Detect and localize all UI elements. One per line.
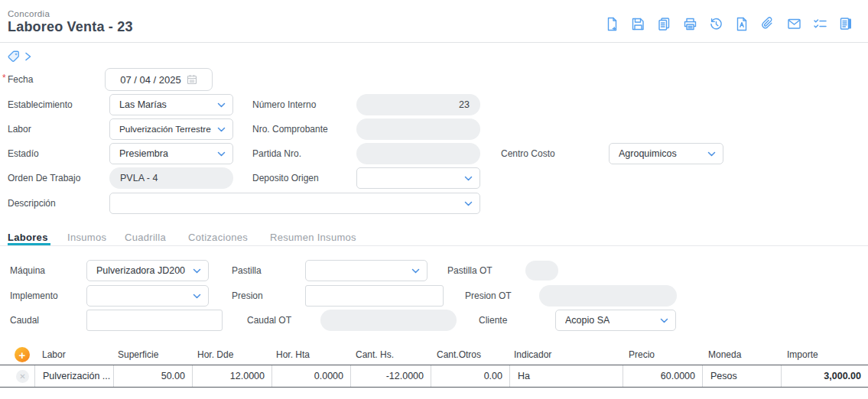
grid-cell-importe[interactable]: 3,000.00 [781, 365, 868, 387]
pastilla-label: Pastilla [232, 265, 262, 276]
attachment-button[interactable] [760, 16, 776, 32]
descripcion-select[interactable] [109, 193, 480, 214]
maquina-value: Pulverizadora JD200 [96, 265, 185, 276]
centro-costo-label: Centro Costo [501, 148, 555, 159]
descripcion-label: Descripción [8, 198, 56, 209]
print-icon [682, 16, 698, 32]
delete-row-button[interactable]: ✕ [16, 370, 29, 383]
numero-interno-label: Número Interno [252, 99, 316, 110]
new-document-button[interactable] [604, 16, 620, 32]
save-icon [630, 16, 646, 32]
laboreo-venta-page: Concordia Laboreo Venta - 23 [0, 0, 868, 399]
deposito-origen-label: Deposito Origen [252, 173, 319, 183]
cliente-label: Cliente [479, 315, 507, 326]
labor-select[interactable]: Pulverización Terrestre [109, 118, 233, 140]
tag-icon [8, 50, 20, 63]
maquina-label: Máquina [10, 265, 45, 276]
grid-header-indicador: Indicador [514, 349, 551, 360]
tag-button[interactable] [7, 50, 20, 63]
partida-nro-label: Partida Nro. [252, 148, 301, 159]
chevron-down-icon [193, 268, 201, 274]
chevron-down-icon [411, 268, 420, 274]
caudal-label: Caudal [10, 315, 39, 326]
header-divider [0, 42, 868, 43]
tab-cotizaciones[interactable]: Cotizaciones [188, 232, 248, 243]
text-document-button[interactable] [734, 16, 750, 32]
email-button[interactable] [786, 16, 802, 32]
add-row-button[interactable]: + [15, 347, 30, 362]
grid-cell-hor-hta[interactable]: 0.0000 [271, 365, 350, 387]
attachment-icon [760, 16, 776, 32]
grid-cell-cant-otros[interactable]: 0.00 [431, 365, 509, 387]
establecimiento-value: Las Marías [119, 99, 167, 110]
print-button[interactable] [682, 16, 698, 32]
maquina-select[interactable]: Pulverizadora JD200 [86, 260, 209, 281]
pastilla-ot-field [525, 261, 558, 281]
grid-bottom-divider [0, 387, 868, 388]
grid-cell-hor-dde[interactable]: 12.0000 [192, 365, 271, 387]
tab-cuadrilla[interactable]: Cuadrilla [125, 232, 166, 243]
tab-labores[interactable]: Labores [8, 232, 48, 243]
labor-value: Pulverización Terrestre [119, 124, 211, 135]
grid-cell-moneda[interactable]: Pesos [702, 365, 781, 387]
chevron-down-icon [193, 294, 201, 299]
report-button[interactable] [838, 16, 854, 32]
numero-interno-value: 23 [459, 99, 470, 110]
partida-nro-field [356, 143, 480, 164]
caudal-ot-field [320, 310, 457, 331]
cliente-select[interactable]: Acopio SA [555, 310, 676, 331]
establecimiento-label: Establecimiento [8, 99, 73, 110]
grid-cell-cant-hs[interactable]: -12.0000 [350, 365, 431, 387]
copy-button[interactable] [656, 16, 672, 32]
tabs-divider [0, 245, 868, 246]
establecimiento-select[interactable]: Las Marías [109, 94, 233, 115]
chevron-down-icon [217, 151, 226, 157]
estadio-value: Presiembra [119, 148, 168, 159]
caudal-ot-label: Caudal OT [247, 315, 291, 326]
deposito-origen-select[interactable] [356, 167, 480, 189]
caudal-input[interactable] [86, 310, 223, 331]
estadio-select[interactable]: Presiembra [109, 143, 233, 164]
tab-insumos[interactable]: Insumos [67, 232, 106, 243]
presion-ot-label: Presion OT [465, 290, 512, 301]
grid-header-precio: Precio [629, 349, 655, 360]
presion-ot-field [539, 285, 677, 307]
centro-costo-select[interactable]: Agroquimicos [609, 143, 723, 164]
numero-interno-field: 23 [356, 94, 480, 115]
nro-comprobante-label: Nro. Comprobante [252, 124, 328, 135]
grid-header-hor-dde: Hor. Dde [197, 349, 233, 360]
required-marker: * [2, 73, 6, 83]
grid-cell-precio[interactable]: 60.0000 [623, 365, 702, 387]
tab-resumen-insumos[interactable]: Resumen Insumos [270, 232, 356, 243]
fecha-value: 07 / 04 / 2025 [120, 74, 181, 86]
history-icon [708, 16, 724, 32]
checklist-button[interactable] [812, 16, 828, 32]
nro-comprobante-field [356, 118, 480, 140]
grid-cell-superficie[interactable]: 50.00 [113, 365, 192, 387]
grid-header-importe: Importe [787, 349, 818, 360]
chevron-down-icon [464, 176, 473, 181]
estadio-label: Estadío [8, 148, 39, 159]
chevron-right-button[interactable] [23, 51, 32, 63]
chevron-right-icon [24, 51, 32, 62]
history-button[interactable] [708, 16, 724, 32]
grid-header-hor-hta: Hor. Hta [276, 349, 310, 360]
chevron-down-icon [660, 318, 668, 323]
presion-input[interactable] [305, 285, 444, 307]
grid-cell-indicador[interactable]: Ha [509, 365, 623, 387]
save-button[interactable] [630, 16, 646, 32]
page-title: Laboreo Venta - 23 [8, 19, 133, 35]
grid-header-labor: Labor [42, 349, 66, 360]
fecha-input[interactable]: 07 / 04 / 2025 [105, 68, 213, 91]
centro-costo-value: Agroquimicos [619, 148, 677, 159]
checklist-icon [812, 16, 828, 32]
orden-de-trabajo-value: PVLA - 4 [120, 173, 158, 183]
copy-icon [656, 16, 672, 32]
grid-header-moneda: Moneda [708, 349, 741, 360]
grid-cell-labor[interactable]: Pulverización ... [34, 365, 113, 387]
text-document-icon [734, 16, 750, 32]
chevron-down-icon [464, 201, 473, 206]
pastilla-select[interactable] [305, 260, 427, 281]
implemento-select[interactable] [86, 285, 209, 307]
grid-header-cant-hs: Cant. Hs. [356, 349, 394, 360]
